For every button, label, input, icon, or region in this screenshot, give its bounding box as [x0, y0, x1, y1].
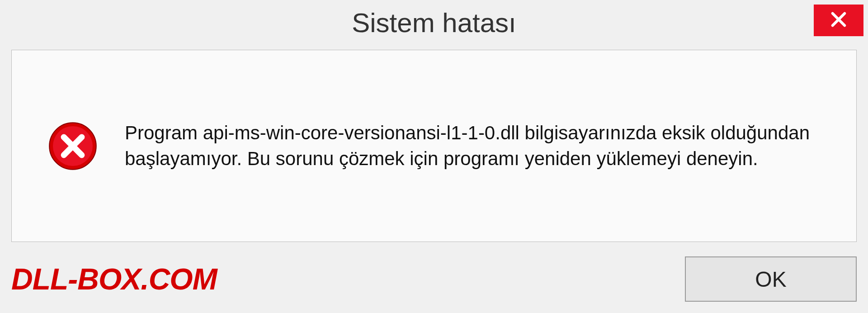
close-icon [830, 10, 848, 30]
watermark-text: DLL-BOX.COM [11, 262, 217, 296]
ok-button[interactable]: OK [685, 256, 857, 302]
dialog-content: Program api-ms-win-core-versionansi-l1-1… [11, 50, 857, 242]
ok-button-label: OK [755, 267, 786, 292]
error-message: Program api-ms-win-core-versionansi-l1-1… [125, 120, 829, 171]
close-button[interactable] [814, 5, 863, 36]
error-icon [48, 121, 98, 171]
titlebar: Sistem hatası [0, 0, 868, 45]
bottom-bar: DLL-BOX.COM OK [11, 254, 857, 304]
dialog-title: Sistem hatası [352, 7, 516, 38]
